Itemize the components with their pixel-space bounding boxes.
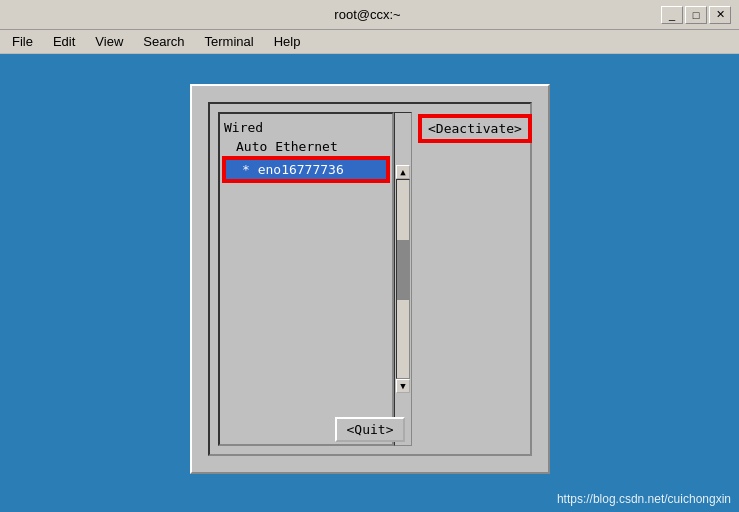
menu-file[interactable]: File [4,32,41,51]
scroll-down-arrow[interactable]: ▼ [396,379,410,393]
menu-search[interactable]: Search [135,32,192,51]
scroll-up-arrow[interactable]: ▲ [396,165,410,179]
maximize-button[interactable]: □ [685,6,707,24]
nm-dialog-content: Wired Auto Ethernet * eno16777736 ▲ ▼ <D… [210,104,530,454]
bottom-bar: <Quit> [210,409,530,446]
subcategory-auto-ethernet: Auto Ethernet [224,137,388,156]
quit-button[interactable]: <Quit> [335,417,406,442]
menu-terminal[interactable]: Terminal [197,32,262,51]
watermark: https://blog.csdn.net/cuichongxin [557,492,731,506]
connection-list: Wired Auto Ethernet * eno16777736 [218,112,394,446]
minimize-button[interactable]: _ [661,6,683,24]
close-button[interactable]: ✕ [709,6,731,24]
menu-help[interactable]: Help [266,32,309,51]
connection-item-eno[interactable]: * eno16777736 [224,158,388,181]
title-bar: root@ccx:~ _ □ ✕ [0,0,739,30]
scrollbar[interactable]: ▲ ▼ [394,112,412,446]
terminal-window: Wired Auto Ethernet * eno16777736 ▲ ▼ <D… [190,84,550,474]
desktop: Wired Auto Ethernet * eno16777736 ▲ ▼ <D… [0,54,739,512]
category-wired: Wired [224,118,388,137]
nm-tui-dialog: Wired Auto Ethernet * eno16777736 ▲ ▼ <D… [208,102,532,456]
window-controls: _ □ ✕ [661,6,731,24]
menu-bar: File Edit View Search Terminal Help [0,30,739,54]
menu-edit[interactable]: Edit [45,32,83,51]
window-title: root@ccx:~ [74,7,661,22]
button-panel: <Deactivate> [412,112,522,446]
scrollbar-track [396,179,410,379]
scrollbar-thumb[interactable] [397,240,409,300]
menu-view[interactable]: View [87,32,131,51]
deactivate-button[interactable]: <Deactivate> [420,116,530,141]
